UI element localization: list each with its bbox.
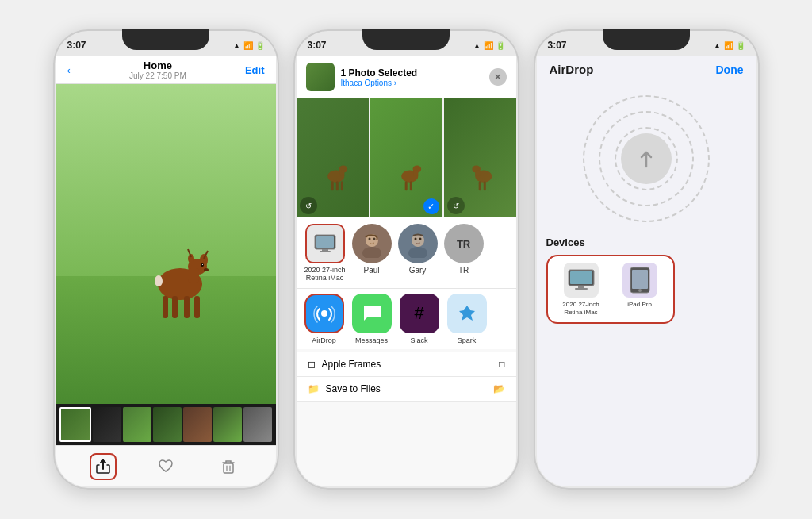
menu-item-save-files[interactable]: 📁 Save to Files 📂 [297, 377, 516, 402]
airdrop-header: AirDrop Done [537, 56, 756, 83]
svg-rect-23 [341, 181, 343, 190]
deer-thumb-2 [392, 140, 428, 200]
grid-photo-2[interactable]: ✓ [370, 98, 442, 217]
svg-point-46 [321, 310, 327, 317]
back-button-1[interactable]: ‹ [67, 64, 71, 76]
devices-section: Devices 2020 27-inchRetina iMac [537, 230, 756, 330]
airdrop-app-icon [304, 294, 344, 333]
share-options[interactable]: Ithaca Options › [341, 79, 483, 87]
deer-thumb-1 [318, 140, 354, 200]
rotate2-icon: ↺ [447, 197, 465, 214]
app-spark[interactable]: Spark [447, 294, 487, 344]
radar-animation [583, 95, 710, 222]
svg-point-45 [419, 238, 421, 240]
signal-icon-3: ▲ [714, 41, 722, 50]
heart-button[interactable] [152, 453, 179, 480]
grid-photo-1[interactable]: ↺ [297, 98, 369, 217]
device-ipad-label: iPad Pro [627, 301, 652, 309]
svg-rect-20 [339, 170, 344, 176]
done-button[interactable]: Done [716, 63, 744, 76]
app-messages[interactable]: Messages [352, 294, 392, 344]
svg-point-40 [368, 238, 370, 240]
svg-rect-31 [475, 170, 480, 176]
menu-save-label: Save to Files [326, 383, 381, 394]
svg-rect-22 [336, 181, 339, 190]
tim-name: TR [458, 266, 469, 275]
svg-rect-8 [172, 296, 178, 318]
device-imac[interactable]: 2020 27-inchRetina iMac [304, 224, 346, 282]
photo-grid: ↺ ✓ [297, 98, 516, 217]
person-gary[interactable]: Gary [398, 224, 438, 282]
thumb-5[interactable] [183, 407, 212, 442]
app-row: AirDrop Messages # Slack [297, 288, 516, 349]
airdrop-icon [313, 302, 335, 325]
device-item-imac[interactable]: 2020 27-inchRetina iMac [556, 263, 607, 316]
thumbnail-strip [56, 404, 276, 445]
thumb-1[interactable] [59, 407, 91, 442]
thumb-2[interactable] [93, 407, 121, 442]
imac-avatar [305, 224, 345, 263]
screen-3: AirDrop Done Devices [537, 56, 756, 486]
battery-icon-3: 🔋 [736, 41, 745, 50]
spark-app-label: Spark [458, 336, 477, 344]
svg-rect-33 [484, 181, 486, 190]
spark-icon [457, 303, 477, 324]
rotate-icon: ↺ [300, 197, 317, 214]
app-airdrop[interactable]: AirDrop [304, 294, 344, 344]
svg-point-54 [638, 289, 642, 292]
photo-count: 1 Photo Selected [341, 67, 483, 79]
thumb-4[interactable] [153, 407, 182, 442]
edit-button[interactable]: Edit [245, 64, 265, 76]
nav-title-1: Home July 22 7:50 PM [129, 60, 186, 80]
status-time-3: 3:07 [548, 40, 567, 51]
thumb-7[interactable] [243, 407, 272, 442]
grid-icons-1: ↺ [300, 197, 317, 214]
share-info: 1 Photo Selected Ithaca Options › [341, 67, 483, 87]
thumb-6[interactable] [213, 407, 242, 442]
thumb-3[interactable] [123, 407, 151, 442]
phone-1: 3:07 ▲ 📶 🔋 ‹ Home July 22 7:50 PM Edit [53, 29, 279, 490]
signal-icon: ▲ [233, 41, 241, 50]
nav-bar-1: ‹ Home July 22 7:50 PM Edit [56, 56, 276, 84]
radar-center [621, 133, 672, 184]
device-ipad-icon [622, 263, 657, 298]
app-slack[interactable]: # Slack [400, 294, 439, 344]
imac-label: 2020 27-inchRetina iMac [304, 266, 346, 282]
status-icons-1: ▲ 📶 🔋 [233, 41, 265, 50]
trash-button[interactable] [215, 453, 242, 480]
wifi-icon: 📶 [243, 41, 253, 50]
deer-thumb-3 [465, 140, 502, 200]
svg-rect-28 [410, 181, 412, 190]
slack-symbol: # [414, 303, 423, 324]
menu-save-label-group: 📁 Save to Files [308, 383, 381, 394]
device-imac-label: 2020 27-inchRetina iMac [562, 301, 599, 316]
svg-point-13 [201, 263, 204, 267]
svg-rect-21 [331, 181, 333, 190]
person-tim[interactable]: TR TR [444, 224, 484, 282]
share-header: 1 Photo Selected Ithaca Options › ✕ [297, 56, 516, 98]
imac-icon [313, 233, 337, 254]
grid-photo-3[interactable]: ↺ [444, 98, 516, 217]
devices-label: Devices [546, 236, 747, 248]
airdrop-title: AirDrop [550, 63, 594, 76]
phone-3: 3:07 ▲ 📶 🔋 AirDrop Done [534, 29, 760, 490]
airdrop-main: Devices 2020 27-inchRetina iMac [537, 83, 756, 486]
share-icon [95, 459, 111, 475]
wifi-icon-3: 📶 [724, 41, 733, 50]
screen-1: ‹ Home July 22 7:50 PM Edit [56, 56, 276, 486]
person-paul[interactable]: Paul [352, 224, 392, 282]
notch-2 [362, 29, 450, 50]
notch-3 [603, 29, 690, 50]
tim-avatar: TR [444, 224, 484, 263]
upload-arrow-icon [634, 146, 659, 171]
close-button[interactable]: ✕ [489, 68, 507, 86]
chevron-left-icon: ‹ [67, 64, 71, 76]
people-row: 2020 27-inchRetina iMac Paul [297, 217, 516, 288]
share-button[interactable] [90, 453, 117, 480]
svg-rect-53 [632, 270, 648, 289]
svg-rect-36 [322, 249, 328, 251]
selected-check: ✓ [425, 200, 439, 214]
paul-avatar [352, 224, 392, 263]
device-item-ipad[interactable]: iPad Pro [615, 263, 665, 316]
menu-item-apple-frames[interactable]: ◻ Apple Frames □ [297, 352, 516, 377]
